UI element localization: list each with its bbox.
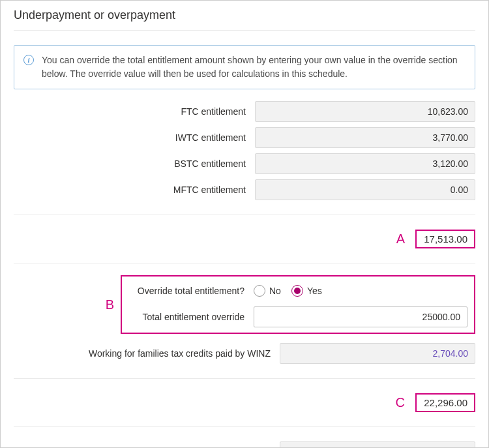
row-winz: Working for families tax credits paid by… [14,340,475,366]
row-ftc: FTC entitlement 10,623.00 [14,98,475,125]
override-radio-yes[interactable]: Yes [291,285,322,297]
override-radio-no[interactable]: No [254,285,281,297]
total-entitlement-value: 17,513.00 [415,230,475,248]
bstc-label: BSTC entitlement [14,158,255,170]
override-no-label: No [269,286,281,296]
row-iwtc: IWTC entitlement 3,770.00 [14,125,475,151]
radio-icon [254,285,265,297]
mftc-label: MFTC entitlement [14,184,255,196]
row-mftc: MFTC entitlement 0.00 [14,177,475,203]
subtotal-c-row: C 22,296.00 [14,391,475,415]
ftc-label: FTC entitlement [14,106,255,118]
ird-value: 0.00 [280,441,475,448]
override-radio-group: No Yes [254,280,322,301]
iwtc-label: IWTC entitlement [14,132,255,144]
info-text: You can override the total entitlement a… [42,53,466,81]
mftc-value: 0.00 [255,179,475,200]
annotation-a: A [396,231,406,246]
subtotal-c-value: 22,296.00 [415,393,475,412]
iwtc-value: 3,770.00 [255,127,475,148]
section-title: Underpayment or overpayment [14,1,475,31]
annotation-c: C [396,395,406,410]
radio-icon [291,285,303,297]
annotation-b: B [106,297,115,312]
ftc-value: 10,623.00 [255,101,475,122]
winz-value[interactable]: 2,704.00 [280,343,475,364]
ird-label: Working for families tax credits paid by… [14,446,280,448]
row-bstc: BSTC entitlement 3,120.00 [14,151,475,177]
override-question-label: Override total entitlement? [128,285,254,297]
winz-label: Working for families tax credits paid by… [14,348,280,360]
total-entitlement-row: A 17,513.00 [14,227,475,251]
row-ird: Working for families tax credits paid by… [14,439,475,448]
override-value-input[interactable] [254,306,467,327]
override-yes-label: Yes [307,286,322,296]
info-callout: i You can override the total entitlement… [14,45,475,89]
bstc-value: 3,120.00 [255,153,475,174]
override-field-label: Total entitlement override [128,311,254,323]
override-group: Override total entitlement? No Yes Total… [121,275,475,334]
info-icon: i [23,55,34,65]
